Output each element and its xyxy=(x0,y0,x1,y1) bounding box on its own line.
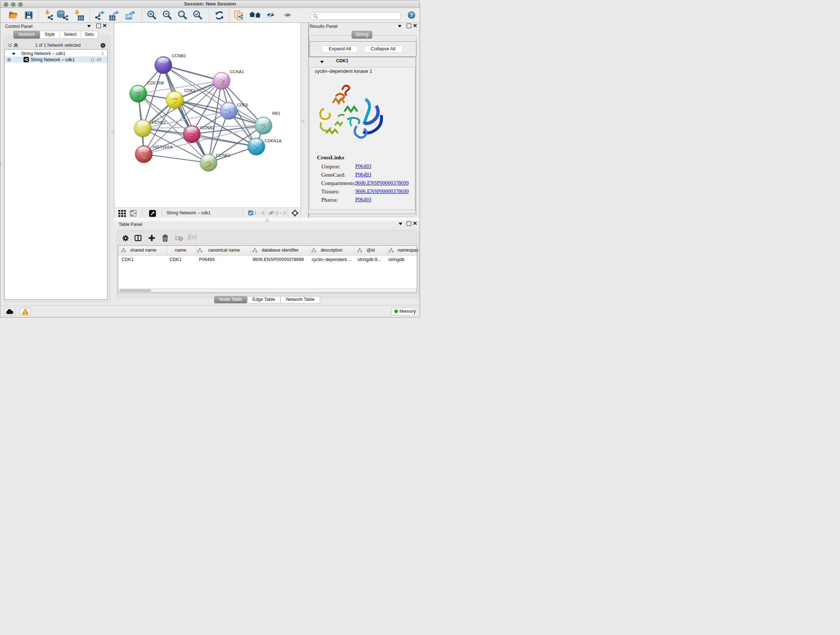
svg-text:RB1: RB1 xyxy=(272,111,280,116)
svg-text:CDC6: CDC6 xyxy=(237,103,248,107)
svg-text:HIST1H1A: HIST1H1A xyxy=(153,145,172,149)
svg-text:CCNB1: CCNB1 xyxy=(152,120,166,125)
svg-text:CDKN1A: CDKN1A xyxy=(264,139,281,143)
svg-text:CCNA2: CCNA2 xyxy=(200,126,214,130)
svg-text:CCNB2: CCNB2 xyxy=(172,54,186,58)
svg-text:CDK1: CDK1 xyxy=(184,88,195,93)
svg-text:CCNA1: CCNA1 xyxy=(230,70,244,74)
svg-text:CCNE1: CCNE1 xyxy=(216,153,230,157)
svg-text:CDC25B: CDC25B xyxy=(147,81,164,85)
